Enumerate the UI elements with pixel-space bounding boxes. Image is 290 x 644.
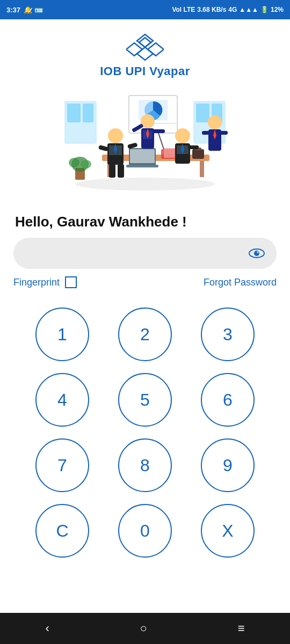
svg-point-46	[208, 115, 222, 129]
password-field-wrap	[13, 238, 277, 269]
svg-point-58	[257, 251, 259, 253]
illustration	[54, 85, 236, 203]
back-button[interactable]: ‹	[29, 616, 65, 641]
numpad-key-X[interactable]: X	[201, 504, 255, 558]
svg-rect-45	[188, 145, 199, 149]
numpad-key-C[interactable]: C	[35, 504, 89, 558]
svg-point-54	[81, 160, 91, 169]
signal-icon: ▲▲▲	[239, 6, 258, 13]
fingerprint-group: Fingerprint	[13, 276, 77, 288]
status-right: Vol LTE 3.68 KB/s 4G ▲▲▲ 🔋 12%	[172, 6, 284, 13]
connectivity-label: 4G	[228, 6, 237, 13]
bottom-nav: ‹ ○ ≡	[0, 613, 290, 644]
eye-icon[interactable]	[248, 244, 266, 262]
numpad-key-7[interactable]: 7	[35, 438, 89, 492]
svg-rect-21	[130, 149, 155, 163]
numpad-key-1[interactable]: 1	[35, 308, 89, 361]
svg-marker-2	[126, 43, 142, 56]
app-logo	[126, 32, 164, 62]
svg-point-57	[254, 251, 259, 256]
svg-rect-19	[200, 161, 204, 177]
network-label: Vol LTE	[172, 6, 195, 13]
svg-marker-3	[148, 43, 164, 56]
svg-rect-29	[98, 145, 108, 151]
numpad-key-3[interactable]: 3	[201, 308, 255, 361]
status-left: 3:37 🔔̷ 🪪	[6, 6, 43, 14]
numpad-key-0[interactable]: 0	[118, 504, 172, 558]
speed-label: 3.68 KB/s	[197, 6, 226, 13]
logo-area: IOB UPI Vyapar	[100, 32, 190, 78]
app-title: IOB UPI Vyapar	[100, 64, 190, 78]
status-time: 3:37	[6, 6, 20, 14]
svg-rect-6	[67, 104, 81, 122]
status-icons: 🔔̷ 🪪	[24, 6, 43, 14]
battery-icon: 🔋	[260, 6, 269, 13]
fingerprint-label: Fingerprint	[13, 277, 60, 288]
svg-rect-31	[109, 164, 115, 178]
numpad-key-4[interactable]: 4	[35, 373, 89, 427]
svg-point-53	[69, 158, 79, 167]
svg-rect-49	[202, 131, 211, 135]
numpad-key-8[interactable]: 8	[118, 438, 172, 492]
options-row: Fingerprint Forgot Password	[13, 276, 277, 288]
svg-line-16	[158, 133, 164, 149]
svg-rect-22	[126, 165, 158, 167]
fingerprint-checkbox[interactable]	[65, 276, 77, 288]
svg-rect-43	[192, 149, 204, 159]
status-bar: 3:37 🔔̷ 🪪 Vol LTE 3.68 KB/s 4G ▲▲▲ 🔋 12%	[0, 0, 290, 19]
numpad: 123456789C0X	[0, 308, 290, 558]
numpad-key-6[interactable]: 6	[201, 373, 255, 427]
svg-rect-38	[153, 129, 165, 133]
home-button[interactable]: ○	[124, 616, 163, 641]
numpad-key-9[interactable]: 9	[201, 438, 255, 492]
battery-label: 12%	[271, 6, 284, 13]
forgot-password-link[interactable]: Forgot Password	[204, 277, 277, 288]
greeting-text: Hello, Gaurav Wankhede !	[15, 214, 187, 230]
svg-marker-1	[139, 38, 151, 47]
svg-rect-50	[219, 131, 228, 135]
main-content: IOB UPI Vyapar	[0, 19, 290, 613]
svg-point-55	[75, 178, 215, 191]
numpad-key-5[interactable]: 5	[118, 373, 172, 427]
svg-point-39	[175, 128, 190, 143]
svg-point-25	[108, 128, 123, 143]
svg-rect-7	[83, 104, 93, 122]
svg-rect-32	[118, 164, 124, 178]
svg-marker-0	[137, 34, 153, 47]
svg-rect-30	[127, 142, 137, 149]
menu-button[interactable]: ≡	[222, 616, 261, 641]
password-input[interactable]	[24, 248, 248, 259]
svg-marker-4	[137, 47, 153, 60]
numpad-key-2[interactable]: 2	[118, 308, 172, 361]
svg-rect-9	[196, 104, 209, 122]
